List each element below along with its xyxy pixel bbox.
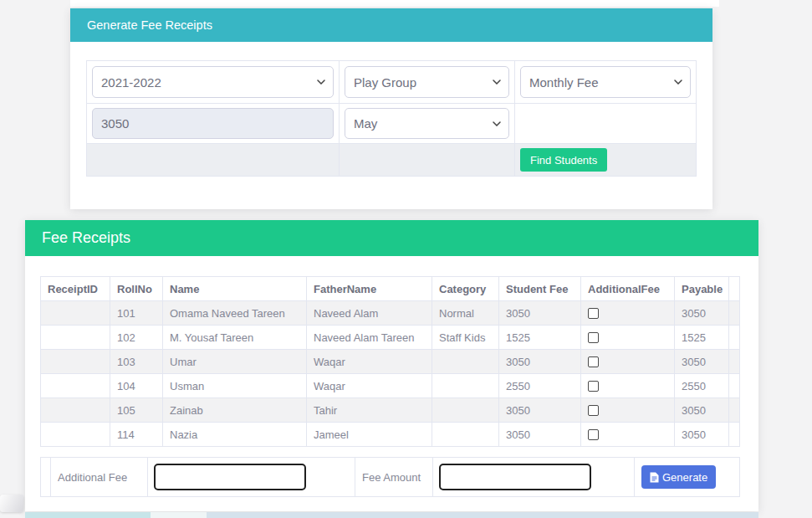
cell-category [432, 374, 499, 398]
card-above-remnant [70, 0, 719, 7]
col-spacer [729, 277, 740, 301]
table-row: 104UsmanWaqar25502550 [41, 374, 740, 398]
cell-category: Staff Kids [432, 326, 499, 350]
col-roll-no: RollNo [110, 277, 163, 301]
cell-name: Usman [163, 374, 307, 398]
additional-fee-checkbox[interactable] [588, 332, 599, 343]
cell-receipt-id [41, 350, 110, 374]
empty-cell [515, 104, 697, 144]
cell-roll-no: 114 [110, 423, 163, 447]
fee-receipts-tbody: 101Omama Naveed TareenNaveed AlamNormal3… [41, 301, 740, 447]
panel-header: Generate Fee Receipts [70, 8, 712, 42]
cell-roll-no: 105 [110, 398, 163, 423]
fee-amount-label: Fee Amount [355, 458, 433, 497]
table-row: 114NaziaJameel30503050 [41, 423, 740, 447]
col-name: Name [163, 277, 307, 301]
footer-spacer-cell [41, 458, 51, 497]
cell-receipt-id [41, 326, 110, 350]
col-receipt-id: ReceiptID [41, 277, 110, 301]
cell-father-name: Waqar [307, 374, 432, 398]
cell-father-name: Waqar [307, 350, 432, 374]
cell-father-name: Naveed Alam Tareen [307, 326, 432, 350]
cell-additional-fee [581, 398, 675, 423]
cell-name: Nazia [163, 423, 307, 447]
col-student-fee: Student Fee [499, 277, 581, 301]
additional-fee-checkbox[interactable] [588, 405, 599, 416]
cell-spacer [729, 350, 740, 374]
additional-fee-input-cell [148, 458, 355, 497]
cell-roll-no: 101 [110, 301, 163, 326]
cell-father-name: Jameel [307, 423, 432, 447]
additional-fee-checkbox[interactable] [588, 356, 599, 367]
fee-type-select[interactable]: Monthly Fee [520, 66, 691, 98]
cell-additional-fee [581, 350, 675, 374]
cell-payable: 3050 [675, 350, 729, 374]
class-cell: Play Group [340, 61, 515, 104]
cell-roll-no: 102 [110, 326, 163, 350]
cell-receipt-id [41, 398, 110, 423]
strip-segment [151, 512, 207, 518]
additional-fee-checkbox[interactable] [588, 429, 599, 440]
fee-amount-display [92, 108, 334, 139]
cell-name: Omama Naveed Tareen [163, 301, 307, 326]
strip-segment [25, 512, 151, 518]
cell-spacer [729, 301, 740, 326]
generate-fee-receipts-panel: Generate Fee Receipts 2021-2022 Play Gro… [70, 8, 712, 209]
cell-payable: 3050 [675, 301, 729, 326]
cell-student-fee: 1525 [499, 326, 581, 350]
cell-spacer [729, 374, 740, 398]
fee-amount-input[interactable] [439, 464, 591, 490]
panel-header: Fee Receipts [25, 220, 758, 256]
class-select[interactable]: Play Group [345, 66, 509, 98]
table-row: 102M. Yousaf TareenNaveed Alam TareenSta… [41, 326, 740, 350]
cell-student-fee: 3050 [499, 301, 581, 326]
session-cell: 2021-2022 [87, 61, 340, 104]
table-row: 101Omama Naveed TareenNaveed AlamNormal3… [41, 301, 740, 326]
additional-fee-label: Additional Fee [51, 458, 148, 497]
fee-type-cell: Monthly Fee [515, 61, 697, 104]
cell-additional-fee [581, 301, 675, 326]
fee-amount-input-cell [433, 458, 635, 497]
find-students-cell: Find Students [515, 144, 697, 177]
cell-father-name: Tahir [307, 398, 432, 423]
cell-payable: 2550 [675, 374, 729, 398]
cell-payable: 3050 [675, 398, 729, 423]
find-students-button[interactable]: Find Students [520, 148, 607, 172]
generate-button[interactable]: Generate [641, 465, 716, 489]
cell-receipt-id [41, 423, 110, 447]
section-below-remnant [25, 512, 758, 518]
generate-button-cell: Generate [635, 458, 740, 497]
cell-additional-fee [581, 374, 675, 398]
cell-name: M. Yousaf Tareen [163, 326, 307, 350]
cell-name: Zainab [163, 398, 307, 423]
empty-footer-cell [87, 144, 340, 177]
strip-segment [207, 512, 758, 518]
cell-category: Normal [432, 301, 499, 326]
fee-receipts-table: ReceiptID RollNo Name FatherName Categor… [40, 276, 740, 447]
cell-category [432, 398, 499, 423]
table-row: 103UmarWaqar30503050 [41, 350, 740, 374]
panel-body: ReceiptID RollNo Name FatherName Categor… [25, 256, 758, 497]
table-row: 105ZainabTahir30503050 [41, 398, 740, 423]
cell-additional-fee [581, 423, 675, 447]
cell-receipt-id [41, 301, 110, 326]
cell-roll-no: 103 [110, 350, 163, 374]
session-select[interactable]: 2021-2022 [92, 66, 334, 98]
cell-spacer [729, 398, 740, 423]
month-cell: May [340, 104, 515, 144]
col-payable: Payable [675, 277, 729, 301]
additional-fee-checkbox[interactable] [588, 381, 599, 392]
fee-receipts-panel: Fee Receipts ReceiptID RollNo Name Fathe… [25, 220, 758, 511]
generate-footer-table: Additional Fee Fee Amount Generate [40, 457, 740, 497]
col-additional-fee: AdditionalFee [581, 277, 675, 301]
empty-footer-cell [340, 144, 515, 177]
col-father-name: FatherName [307, 277, 432, 301]
cell-payable: 1525 [675, 326, 729, 350]
cell-additional-fee [581, 326, 675, 350]
table-header-row: ReceiptID RollNo Name FatherName Categor… [41, 277, 740, 301]
additional-fee-checkbox[interactable] [588, 308, 599, 319]
additional-fee-input[interactable] [154, 464, 306, 490]
month-select[interactable]: May [345, 108, 509, 139]
fee-amount-cell [87, 104, 340, 144]
cell-student-fee: 3050 [499, 350, 581, 374]
